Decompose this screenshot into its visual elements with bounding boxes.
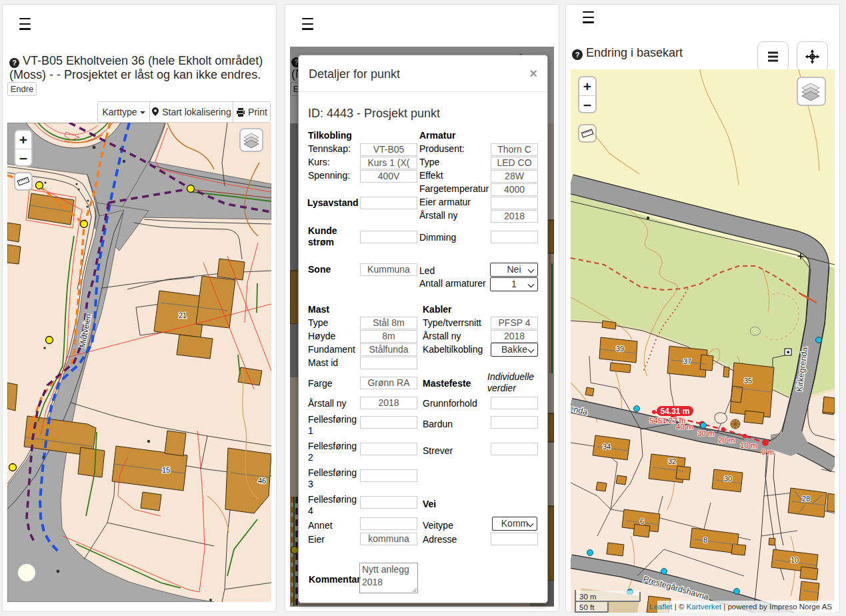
svg-text:37: 37: [683, 357, 691, 365]
svg-text:28: 28: [802, 495, 810, 503]
svg-text:50 ft: 50 ft: [579, 603, 595, 611]
svg-text:21: 21: [179, 311, 187, 319]
svg-text:34: 34: [603, 443, 611, 451]
svg-text:20 m: 20 m: [718, 436, 735, 444]
svg-text:30: 30: [724, 475, 732, 483]
svg-text:6: 6: [640, 517, 644, 525]
svg-text:39: 39: [616, 345, 624, 353]
svg-text:10 m: 10 m: [740, 441, 757, 449]
svg-text:Leaflet | © Kartverket | power: Leaflet | © Kartverket | powered by Impr…: [649, 603, 832, 611]
svg-text:54.31 m: 54.31 m: [660, 407, 689, 416]
svg-text:15: 15: [162, 466, 170, 474]
svg-text:0 m: 0 m: [761, 448, 774, 456]
svg-text:30 m: 30 m: [697, 429, 715, 437]
svg-text:10: 10: [791, 556, 799, 564]
svg-text:46: 46: [258, 477, 266, 485]
svg-text:35: 35: [744, 377, 752, 385]
svg-text:32: 32: [668, 457, 676, 465]
svg-text:40 m: 40 m: [676, 423, 693, 431]
svg-text:8: 8: [703, 536, 707, 544]
svg-text:30 m: 30 m: [579, 593, 597, 601]
